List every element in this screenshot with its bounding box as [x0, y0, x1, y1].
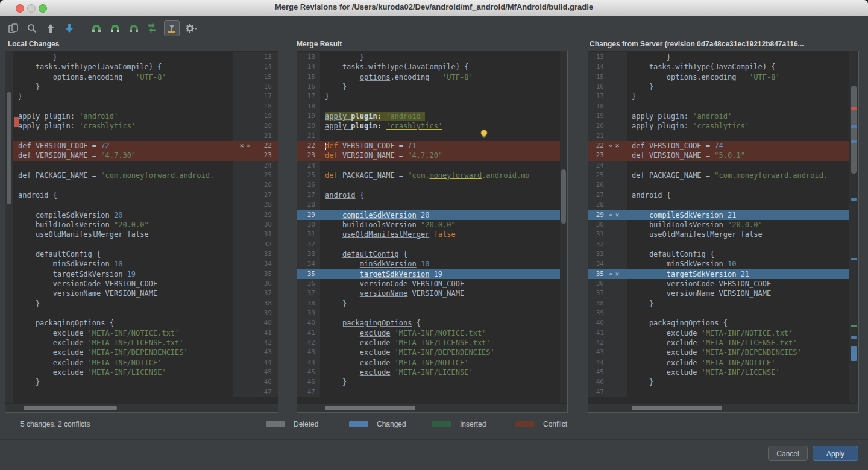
- intention-bulb-icon[interactable]: [479, 129, 489, 141]
- code-text[interactable]: android {: [13, 190, 233, 200]
- code-text[interactable]: }: [320, 82, 560, 92]
- code-text[interactable]: exclude 'META-INF/LICENSE': [320, 368, 560, 377]
- code-text[interactable]: options.encoding = 'UTF-8': [13, 72, 233, 82]
- code-text[interactable]: defaultConfig {: [627, 249, 849, 259]
- code-text[interactable]: options.encoding = 'UTF-8': [627, 72, 849, 82]
- ignore-change-icon[interactable]: ✕: [615, 269, 620, 279]
- apply-all-non-conflicting-icon[interactable]: [108, 21, 122, 36]
- apply-changes-icon[interactable]: [164, 20, 180, 36]
- code-text[interactable]: useOldManifestMerger false: [13, 230, 233, 239]
- code-text[interactable]: [13, 161, 233, 171]
- code-text[interactable]: def PACKAGE_NAME = "com.moneyforward.and…: [320, 171, 560, 180]
- code-text[interactable]: android {: [627, 190, 849, 200]
- code-text[interactable]: tasks.withType(JavaCompile) {: [13, 62, 233, 72]
- code-text[interactable]: [627, 161, 849, 171]
- code-text[interactable]: }: [13, 52, 233, 62]
- code-text[interactable]: apply plugin: 'crashlytics': [627, 121, 849, 131]
- ignore-change-icon[interactable]: ✕: [615, 141, 620, 151]
- code-text[interactable]: exclude 'META-INF/NOTICE': [627, 358, 849, 368]
- code-text[interactable]: exclude 'META-INF/NOTICE.txt': [320, 328, 560, 338]
- apply-change-icon[interactable]: »: [246, 141, 250, 151]
- code-text[interactable]: compileSdkVersion 21: [627, 210, 849, 220]
- ignore-change-icon[interactable]: ✕: [240, 141, 244, 151]
- apply-button[interactable]: Apply: [813, 446, 858, 461]
- code-text[interactable]: [627, 240, 849, 249]
- code-text[interactable]: exclude 'META-INF/NOTICE': [320, 358, 560, 368]
- code-text[interactable]: [627, 102, 849, 111]
- code-text[interactable]: versionName VERSION_NAME: [320, 289, 560, 298]
- code-text[interactable]: }: [627, 82, 849, 92]
- code-text[interactable]: compileSdkVersion 20: [320, 210, 560, 220]
- cancel-button[interactable]: Cancel: [768, 446, 808, 461]
- code-text[interactable]: buildToolsVersion "20.0.0": [320, 220, 560, 230]
- code-text[interactable]: }: [13, 82, 233, 92]
- code-text[interactable]: android {: [320, 190, 560, 200]
- code-text[interactable]: [320, 200, 560, 210]
- code-text[interactable]: [627, 309, 849, 318]
- code-text[interactable]: useOldManifestMerger false: [627, 230, 849, 239]
- code-text[interactable]: exclude 'META-INF/LICENSE.txt': [627, 338, 849, 348]
- scrollbar-thumb[interactable]: [24, 406, 117, 410]
- code-text[interactable]: [627, 131, 849, 141]
- code-text[interactable]: targetSdkVersion 19: [320, 269, 560, 279]
- code-text[interactable]: [13, 131, 233, 141]
- code-text[interactable]: [320, 131, 560, 141]
- code-text[interactable]: versionName VERSION_NAME: [627, 289, 849, 298]
- code-text[interactable]: targetSdkVersion 19: [13, 269, 233, 279]
- code-text[interactable]: exclude 'META-INF/LICENSE': [627, 368, 849, 377]
- code-text[interactable]: [627, 180, 849, 190]
- code-text[interactable]: packagingOptions {: [13, 318, 233, 328]
- code-text[interactable]: }: [13, 92, 233, 101]
- code-text[interactable]: [627, 200, 849, 210]
- code-text[interactable]: exclude 'META-INF/NOTICE.txt': [627, 328, 849, 338]
- code-text[interactable]: buildToolsVersion "20.0.0": [627, 220, 849, 230]
- code-text[interactable]: exclude 'META-INF/LICENSE': [13, 368, 233, 377]
- local-hscrollbar[interactable]: [5, 404, 278, 412]
- code-text[interactable]: }: [627, 92, 849, 101]
- code-text[interactable]: def VERSION_NAME = "4.7.20": [320, 151, 560, 160]
- code-text[interactable]: [13, 180, 233, 190]
- code-text[interactable]: [320, 387, 560, 397]
- apply-change-icon[interactable]: «: [609, 269, 613, 279]
- code-text[interactable]: buildToolsVersion "20.0.0": [13, 220, 233, 230]
- code-text[interactable]: defaultConfig {: [320, 249, 560, 259]
- code-text[interactable]: minSdkVersion 10: [13, 259, 233, 269]
- code-text[interactable]: versionCode VERSION_CODE: [13, 279, 233, 289]
- next-difference-icon[interactable]: [62, 21, 77, 36]
- code-text[interactable]: exclude 'META-INF/DEPENDENCIES': [627, 348, 849, 357]
- code-text[interactable]: versionName VERSION_NAME: [13, 289, 233, 298]
- apply-change-icon[interactable]: «: [609, 141, 613, 151]
- scrollbar-thumb[interactable]: [851, 86, 857, 174]
- code-text[interactable]: compileSdkVersion 20: [13, 210, 233, 220]
- code-text[interactable]: def VERSION_CODE = 71: [320, 141, 560, 151]
- code-text[interactable]: [320, 180, 560, 190]
- code-text[interactable]: tasks.withType(JavaCompile) {: [627, 62, 849, 72]
- code-text[interactable]: [13, 309, 233, 318]
- scrollbar-thumb[interactable]: [561, 169, 566, 224]
- code-text[interactable]: useOldManifestMerger false: [320, 230, 560, 239]
- result-hscrollbar[interactable]: [297, 404, 567, 412]
- compare-contents-icon[interactable]: [6, 21, 20, 36]
- server-hscrollbar[interactable]: [588, 404, 858, 412]
- code-text[interactable]: [13, 387, 233, 397]
- code-text[interactable]: }: [13, 377, 233, 387]
- code-text[interactable]: [320, 309, 560, 318]
- code-text[interactable]: targetSdkVersion 21: [627, 269, 849, 279]
- result-scrollbar[interactable]: [560, 51, 567, 403]
- code-text[interactable]: [320, 240, 560, 249]
- code-text[interactable]: [320, 102, 560, 111]
- code-text[interactable]: apply plugin: 'android': [627, 111, 849, 121]
- code-text[interactable]: }: [627, 52, 849, 62]
- find-icon[interactable]: [25, 21, 39, 36]
- code-text[interactable]: }: [320, 377, 560, 387]
- code-text[interactable]: exclude 'META-INF/NOTICE': [13, 358, 233, 368]
- code-text[interactable]: packagingOptions {: [320, 318, 560, 328]
- scrollbar-thumb[interactable]: [7, 92, 11, 204]
- code-text[interactable]: exclude 'META-INF/DEPENDENCIES': [320, 348, 560, 357]
- code-text[interactable]: packagingOptions {: [627, 318, 849, 328]
- server-scrollbar[interactable]: [849, 51, 858, 403]
- code-text[interactable]: apply plugin: 'crashlytics': [320, 121, 560, 131]
- scrollbar-thumb[interactable]: [632, 406, 722, 410]
- code-text[interactable]: }: [320, 92, 560, 101]
- code-text[interactable]: defaultConfig {: [13, 249, 233, 259]
